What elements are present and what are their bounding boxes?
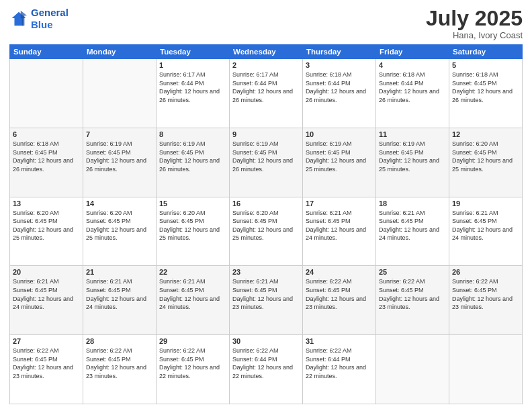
day-number: 3 xyxy=(306,61,373,69)
day-number: 16 xyxy=(232,199,300,208)
day-cell: 30Sunrise: 6:22 AM Sunset: 6:44 PM Dayli… xyxy=(230,335,303,404)
day-number: 14 xyxy=(86,199,153,208)
day-number: 22 xyxy=(159,268,226,276)
calendar: SundayMondayTuesdayWednesdayThursdayFrid… xyxy=(9,44,523,404)
day-number: 20 xyxy=(13,268,80,276)
logo-line1: General xyxy=(31,7,69,18)
day-cell: 24Sunrise: 6:22 AM Sunset: 6:45 PM Dayli… xyxy=(303,266,376,335)
day-info: Sunrise: 6:19 AM Sunset: 6:45 PM Dayligh… xyxy=(306,140,373,173)
day-info: Sunrise: 6:21 AM Sunset: 6:45 PM Dayligh… xyxy=(159,277,226,311)
day-cell: 16Sunrise: 6:20 AM Sunset: 6:45 PM Dayli… xyxy=(230,197,303,266)
day-info: Sunrise: 6:22 AM Sunset: 6:45 PM Dayligh… xyxy=(379,277,446,311)
weekday-header-saturday: Saturday xyxy=(449,45,523,59)
day-cell: 2Sunrise: 6:17 AM Sunset: 6:44 PM Daylig… xyxy=(230,59,303,128)
day-cell: 22Sunrise: 6:21 AM Sunset: 6:45 PM Dayli… xyxy=(157,266,230,335)
day-cell: 11Sunrise: 6:19 AM Sunset: 6:45 PM Dayli… xyxy=(376,128,449,197)
day-number: 9 xyxy=(232,130,300,138)
day-number: 23 xyxy=(232,268,300,276)
day-cell: 20Sunrise: 6:21 AM Sunset: 6:45 PM Dayli… xyxy=(10,266,83,335)
day-number: 1 xyxy=(159,61,226,69)
day-number: 30 xyxy=(232,337,300,345)
week-row-1: 1Sunrise: 6:17 AM Sunset: 6:44 PM Daylig… xyxy=(10,59,523,128)
day-info: Sunrise: 6:21 AM Sunset: 6:45 PM Dayligh… xyxy=(452,209,519,242)
day-cell: 13Sunrise: 6:20 AM Sunset: 6:45 PM Dayli… xyxy=(10,197,83,266)
day-info: Sunrise: 6:19 AM Sunset: 6:45 PM Dayligh… xyxy=(379,140,446,173)
day-cell: 21Sunrise: 6:21 AM Sunset: 6:45 PM Dayli… xyxy=(83,266,157,335)
day-number: 13 xyxy=(13,199,80,208)
day-info: Sunrise: 6:21 AM Sunset: 6:45 PM Dayligh… xyxy=(86,277,153,311)
location: Hana, Ivory Coast xyxy=(426,30,523,40)
logo-text: General Blue xyxy=(31,7,69,31)
day-info: Sunrise: 6:18 AM Sunset: 6:44 PM Dayligh… xyxy=(379,71,446,104)
day-info: Sunrise: 6:19 AM Sunset: 6:45 PM Dayligh… xyxy=(232,140,300,173)
day-cell: 9Sunrise: 6:19 AM Sunset: 6:45 PM Daylig… xyxy=(230,128,303,197)
day-cell: 18Sunrise: 6:21 AM Sunset: 6:45 PM Dayli… xyxy=(376,197,449,266)
title-block: July 2025 Hana, Ivory Coast xyxy=(426,7,523,40)
day-cell: 7Sunrise: 6:19 AM Sunset: 6:45 PM Daylig… xyxy=(83,128,157,197)
day-number: 19 xyxy=(452,199,519,208)
day-cell: 27Sunrise: 6:22 AM Sunset: 6:45 PM Dayli… xyxy=(10,335,83,404)
day-number: 24 xyxy=(306,268,373,276)
day-number: 10 xyxy=(306,130,373,138)
page: General Blue July 2025 Hana, Ivory Coast… xyxy=(0,0,532,411)
day-info: Sunrise: 6:22 AM Sunset: 6:45 PM Dayligh… xyxy=(86,347,153,380)
day-cell: 14Sunrise: 6:20 AM Sunset: 6:45 PM Dayli… xyxy=(83,197,157,266)
week-row-4: 20Sunrise: 6:21 AM Sunset: 6:45 PM Dayli… xyxy=(10,266,523,335)
day-number: 26 xyxy=(452,268,519,276)
day-number: 29 xyxy=(159,337,226,345)
day-info: Sunrise: 6:22 AM Sunset: 6:45 PM Dayligh… xyxy=(452,277,519,311)
weekday-header-friday: Friday xyxy=(376,45,449,59)
day-number: 17 xyxy=(306,199,373,208)
month-title: July 2025 xyxy=(426,7,523,30)
day-cell: 25Sunrise: 6:22 AM Sunset: 6:45 PM Dayli… xyxy=(376,266,449,335)
day-info: Sunrise: 6:21 AM Sunset: 6:45 PM Dayligh… xyxy=(13,277,80,311)
day-number: 21 xyxy=(86,268,153,276)
day-info: Sunrise: 6:22 AM Sunset: 6:45 PM Dayligh… xyxy=(306,277,373,311)
day-number: 27 xyxy=(13,337,80,345)
day-number: 31 xyxy=(306,337,373,345)
day-number: 18 xyxy=(379,199,446,208)
day-number: 2 xyxy=(232,61,300,69)
day-info: Sunrise: 6:17 AM Sunset: 6:44 PM Dayligh… xyxy=(232,71,300,104)
weekday-header-wednesday: Wednesday xyxy=(230,45,303,59)
logo: General Blue xyxy=(9,7,69,31)
day-cell xyxy=(83,59,157,128)
day-cell: 15Sunrise: 6:20 AM Sunset: 6:45 PM Dayli… xyxy=(157,197,230,266)
day-info: Sunrise: 6:20 AM Sunset: 6:45 PM Dayligh… xyxy=(13,209,80,242)
week-row-5: 27Sunrise: 6:22 AM Sunset: 6:45 PM Dayli… xyxy=(10,335,523,404)
day-cell xyxy=(10,59,83,128)
day-cell: 29Sunrise: 6:22 AM Sunset: 6:45 PM Dayli… xyxy=(157,335,230,404)
day-number: 15 xyxy=(159,199,226,208)
day-number: 6 xyxy=(13,130,80,138)
day-number: 4 xyxy=(379,61,446,69)
weekday-header-thursday: Thursday xyxy=(303,45,376,59)
day-number: 5 xyxy=(452,61,519,69)
day-cell: 12Sunrise: 6:20 AM Sunset: 6:45 PM Dayli… xyxy=(449,128,523,197)
day-number: 12 xyxy=(452,130,519,138)
day-number: 25 xyxy=(379,268,446,276)
logo-icon xyxy=(9,9,28,28)
day-info: Sunrise: 6:20 AM Sunset: 6:45 PM Dayligh… xyxy=(86,209,153,242)
day-number: 8 xyxy=(159,130,226,138)
day-info: Sunrise: 6:18 AM Sunset: 6:45 PM Dayligh… xyxy=(13,140,80,173)
day-cell: 5Sunrise: 6:18 AM Sunset: 6:45 PM Daylig… xyxy=(449,59,523,128)
day-info: Sunrise: 6:19 AM Sunset: 6:45 PM Dayligh… xyxy=(159,140,226,173)
day-info: Sunrise: 6:17 AM Sunset: 6:44 PM Dayligh… xyxy=(159,71,226,104)
day-number: 11 xyxy=(379,130,446,138)
day-info: Sunrise: 6:20 AM Sunset: 6:45 PM Dayligh… xyxy=(232,209,300,242)
header: General Blue July 2025 Hana, Ivory Coast xyxy=(9,7,523,40)
day-cell: 6Sunrise: 6:18 AM Sunset: 6:45 PM Daylig… xyxy=(10,128,83,197)
day-cell: 23Sunrise: 6:21 AM Sunset: 6:45 PM Dayli… xyxy=(230,266,303,335)
week-row-3: 13Sunrise: 6:20 AM Sunset: 6:45 PM Dayli… xyxy=(10,197,523,266)
day-cell: 8Sunrise: 6:19 AM Sunset: 6:45 PM Daylig… xyxy=(157,128,230,197)
day-info: Sunrise: 6:22 AM Sunset: 6:45 PM Dayligh… xyxy=(13,347,80,380)
day-cell: 3Sunrise: 6:18 AM Sunset: 6:44 PM Daylig… xyxy=(303,59,376,128)
header-row: SundayMondayTuesdayWednesdayThursdayFrid… xyxy=(10,45,523,59)
day-info: Sunrise: 6:22 AM Sunset: 6:44 PM Dayligh… xyxy=(306,347,373,380)
day-info: Sunrise: 6:20 AM Sunset: 6:45 PM Dayligh… xyxy=(159,209,226,242)
day-info: Sunrise: 6:21 AM Sunset: 6:45 PM Dayligh… xyxy=(379,209,446,242)
week-row-2: 6Sunrise: 6:18 AM Sunset: 6:45 PM Daylig… xyxy=(10,128,523,197)
day-cell xyxy=(449,335,523,404)
day-cell: 1Sunrise: 6:17 AM Sunset: 6:44 PM Daylig… xyxy=(157,59,230,128)
weekday-header-monday: Monday xyxy=(83,45,157,59)
